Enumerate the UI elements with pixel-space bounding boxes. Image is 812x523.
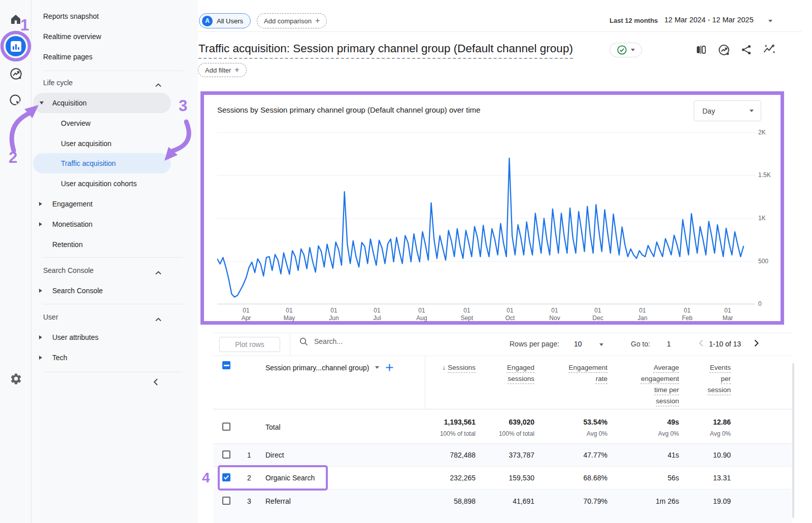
y-axis-label: 500	[758, 258, 768, 265]
y-axis-label: 1K	[758, 215, 766, 222]
sidebar-item-realtime-pages[interactable]: Realtime pages	[31, 47, 198, 67]
events-value: 13.31	[660, 474, 731, 482]
plus-icon: +	[315, 17, 320, 25]
column-header-engagement-rate[interactable]: Engagement rate	[559, 362, 607, 385]
sort-descending-icon: ↓	[442, 362, 446, 373]
x-axis-tick: 01Jun	[329, 307, 339, 322]
sidebar-divider	[43, 372, 183, 372]
engaged-value: 41,691	[463, 497, 534, 505]
channel-name: Organic Search	[265, 474, 315, 482]
table-total-row	[213, 409, 792, 444]
row-checkbox[interactable]	[222, 497, 230, 505]
add-filter-button[interactable]: Add filter +	[198, 63, 247, 77]
all-users-label: All Users	[217, 17, 243, 25]
sidebar-section-user[interactable]: User	[31, 307, 198, 327]
date-range-picker[interactable]: 12 Mar 2024 - 12 Mar 2025	[664, 16, 754, 24]
triangle-right-icon	[39, 202, 42, 206]
row-checkbox-total[interactable]	[222, 423, 230, 431]
table-row-referral[interactable]	[213, 490, 792, 523]
home-icon[interactable]	[0, 13, 31, 25]
row-checkbox-checked[interactable]	[222, 473, 230, 481]
column-header-events-per-session[interactable]: Events per session	[703, 362, 731, 396]
analytics-intelligence-icon[interactable]	[763, 43, 776, 56]
column-header-avg-engagement-time[interactable]: Average engagement time per session	[636, 362, 679, 407]
column-header-engaged-sessions[interactable]: Engaged sessions	[499, 362, 534, 385]
sidebar-item-user-acquisition-cohorts[interactable]: User acquisition cohorts	[31, 173, 198, 194]
table-scrollbar[interactable]	[792, 363, 794, 518]
edit-comparisons-icon[interactable]	[694, 43, 707, 56]
settings-gear-icon[interactable]	[0, 372, 31, 385]
x-axis-tick: 01May	[284, 307, 295, 322]
collapse-sidebar-icon[interactable]	[152, 378, 159, 388]
channel-name: Referral	[265, 497, 291, 505]
select-all-checkbox[interactable]	[222, 361, 230, 369]
advertising-icon[interactable]	[0, 67, 31, 81]
left-icon-rail	[0, 0, 31, 523]
previous-page-icon[interactable]	[698, 339, 704, 349]
total-engaged-sub: 100% of total	[463, 430, 534, 437]
sidebar-item-search-console[interactable]: Search Console	[31, 281, 198, 301]
sessions-over-time-card: Sessions by Session primary channel grou…	[200, 91, 784, 325]
sidebar-section-life-cycle[interactable]: Life cycle	[31, 73, 198, 93]
data-quality-badge[interactable]	[610, 43, 642, 57]
insights-icon[interactable]	[717, 43, 730, 56]
toolbar-divider	[290, 334, 290, 355]
column-header-sessions[interactable]: ↓Sessions	[410, 362, 476, 373]
x-axis-tick: 01Nov	[549, 307, 560, 322]
all-users-segment-chip[interactable]: A All Users	[199, 13, 251, 28]
sidebar-item-overview[interactable]: Overview	[31, 113, 198, 133]
chevron-up-icon	[155, 268, 161, 276]
sidebar-item-acquisition[interactable]: Acquisition	[33, 93, 171, 113]
dimension-column-header[interactable]: Session primary...channel group)	[265, 363, 394, 372]
goto-page-input[interactable]: 1	[667, 340, 671, 348]
reports-icon[interactable]	[6, 36, 26, 56]
sidebar-divider	[43, 304, 183, 304]
date-preset-label: Last 12 months	[610, 17, 658, 24]
chevron-down-icon	[375, 366, 379, 369]
sidebar-item-retention[interactable]: Retention	[31, 234, 198, 255]
chevron-up-icon	[155, 315, 161, 323]
plot-rows-button[interactable]: Plot rows	[219, 337, 280, 352]
total-events-sub: Avg 0%	[660, 430, 731, 437]
table-search-input[interactable]	[313, 337, 425, 346]
sidebar-item-tech[interactable]: Tech	[31, 347, 198, 368]
sidebar-item-user-attributes[interactable]: User attributes	[31, 327, 198, 347]
check-circle-icon	[617, 45, 627, 55]
explore-icon[interactable]	[0, 94, 31, 108]
rows-per-page-select[interactable]: 10	[574, 340, 582, 348]
sidebar-item-monetisation[interactable]: Monetisation	[31, 214, 198, 234]
events-value: 19.09	[660, 497, 731, 505]
share-icon[interactable]	[740, 43, 753, 56]
chevron-down-icon	[750, 110, 754, 112]
bar-chart-icon	[11, 41, 21, 52]
x-axis-tick: 01Feb	[682, 307, 693, 322]
goto-label: Go to:	[631, 340, 650, 348]
add-dimension-icon[interactable]	[385, 363, 394, 372]
chevron-down-icon[interactable]	[599, 343, 603, 346]
next-page-icon[interactable]	[754, 339, 759, 349]
sidebar-item-reports-snapshot[interactable]: Reports snapshot	[31, 6, 198, 26]
total-rate: 53.54%	[536, 418, 607, 426]
x-axis-tick: 01Apr	[242, 307, 251, 322]
add-comparison-button[interactable]: Add comparison +	[257, 13, 327, 28]
sidebar-item-traffic-acquisition[interactable]: Traffic acquisition	[33, 153, 171, 173]
sidebar-item-user-acquisition[interactable]: User acquisition	[31, 133, 198, 154]
events-value: 10.90	[660, 451, 731, 459]
total-engaged: 639,020	[463, 418, 534, 426]
report-title[interactable]: Traffic acquisition: Session primary cha…	[198, 42, 573, 59]
search-icon	[299, 337, 308, 346]
sidebar-section-search-console[interactable]: Search Console	[31, 260, 198, 281]
rate-value: 47.77%	[536, 451, 607, 459]
chevron-down-icon	[768, 20, 772, 22]
sidebar-item-realtime-overview[interactable]: Realtime overview	[31, 26, 198, 47]
row-checkbox[interactable]	[222, 450, 230, 459]
triangle-down-icon	[40, 101, 44, 104]
sidebar-divider	[43, 257, 183, 258]
interval-select[interactable]: Day	[694, 100, 761, 121]
plus-icon: +	[234, 66, 239, 74]
y-axis-label: 2K	[758, 129, 766, 136]
annotation-number-4: 4	[202, 470, 210, 486]
sidebar-item-engagement[interactable]: Engagement	[31, 194, 198, 214]
ga4-traffic-acquisition-page: Reports snapshot Realtime overview Realt…	[0, 0, 812, 523]
pagination-range: 1-10 of 13	[709, 340, 741, 348]
